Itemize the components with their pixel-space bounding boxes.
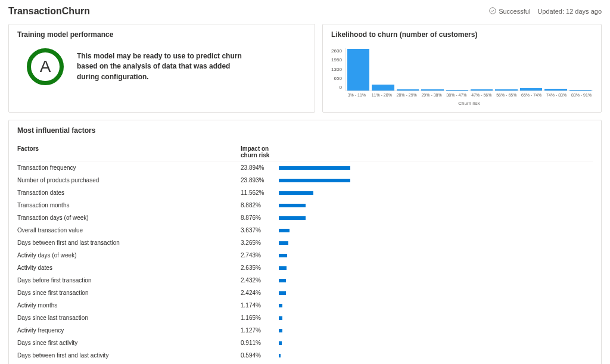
factor-pct: 2.432% <box>241 277 276 284</box>
factor-name: Days before first transaction <box>17 277 241 284</box>
factor-pct: 2.635% <box>241 265 276 271</box>
chart-title: Likelihood to churn (number of customers… <box>331 30 593 39</box>
factor-bar <box>279 316 282 320</box>
factor-bar-wrap <box>276 304 593 307</box>
factor-row: Days since first transaction2.424% <box>17 287 593 299</box>
factor-bar <box>279 341 282 345</box>
chart-bar <box>544 89 567 91</box>
chart-x-tick: 47% - 56% <box>470 93 493 97</box>
factor-name: Activity months <box>17 302 241 309</box>
factor-bar <box>279 304 282 307</box>
svg-point-0 <box>490 8 496 14</box>
factor-bar-wrap <box>276 354 593 357</box>
factor-row: Activity dates2.635% <box>17 262 593 274</box>
factor-name: Activity dates <box>17 265 241 271</box>
factor-name: Number of products purchased <box>17 177 241 183</box>
chart-bar <box>446 90 468 91</box>
factor-pct: 0.911% <box>241 340 276 346</box>
chart-x-tick: 29% - 38% <box>421 93 443 97</box>
factor-pct: 2.424% <box>241 290 276 296</box>
factor-bar-wrap <box>276 179 593 182</box>
factor-bar-wrap <box>276 166 593 170</box>
factor-bar-wrap <box>276 254 593 257</box>
factor-bar-wrap <box>276 266 593 270</box>
chart-x-tick: 83% - 91% <box>570 93 593 97</box>
success-icon <box>489 7 496 15</box>
factor-pct: 1.127% <box>241 327 276 334</box>
chart-y-tick: 1300 <box>331 67 342 72</box>
factor-name: Overall transaction value <box>17 227 241 234</box>
factor-bar-wrap <box>276 191 593 195</box>
factor-row: Days since last transaction1.165% <box>17 312 593 324</box>
factor-name: Days since first transaction <box>17 290 241 296</box>
factor-pct: 8.876% <box>241 214 276 221</box>
factor-bar <box>279 254 287 257</box>
chart-x-tick: 65% - 74% <box>520 93 543 97</box>
factors-card-title: Most influential factors <box>17 126 593 135</box>
factor-name: Days between first and last activity <box>17 352 241 359</box>
factor-bar-wrap <box>276 241 593 245</box>
factor-bar-wrap <box>276 279 593 282</box>
factor-pct: 3.637% <box>241 227 276 234</box>
factor-bar <box>279 216 306 220</box>
chart-y-tick: 2600 <box>331 48 342 54</box>
factor-bar <box>279 166 350 170</box>
chart-x-tick: 20% - 29% <box>396 93 418 97</box>
factors-body: Transaction frequency23.894%Number of pr… <box>17 161 593 364</box>
factor-row: Days since first activity0.911% <box>17 337 593 349</box>
chart-y-tick: 650 <box>331 76 342 81</box>
factor-pct: 23.893% <box>241 177 276 183</box>
chart-bar <box>347 49 369 91</box>
factor-row: Transaction frequency23.894% <box>17 161 593 174</box>
factor-bar <box>279 229 290 232</box>
factor-row: Number of products purchased23.893% <box>17 174 593 186</box>
factor-pct: 23.894% <box>241 164 276 171</box>
factor-name: Days since first activity <box>17 340 241 346</box>
chart-x-tick: 38% - 47% <box>446 93 468 97</box>
chart-bar <box>471 89 493 91</box>
factor-bar <box>279 179 350 182</box>
factor-name: Days since last transaction <box>17 315 241 321</box>
chart-x-tick: 11% - 20% <box>371 93 393 97</box>
factor-bar <box>279 354 281 357</box>
training-description: This model may be ready to use to predic… <box>77 51 244 82</box>
factor-row: Transaction days (of week)8.876% <box>17 211 593 224</box>
chart-bar <box>569 90 592 91</box>
factor-row: Days before first transaction2.432% <box>17 274 593 287</box>
factor-bar-wrap <box>276 341 593 345</box>
training-performance-card: Training model performance A This model … <box>8 24 315 113</box>
factor-row: Activity months1.174% <box>17 299 593 312</box>
page-title: TransactionChurn <box>8 6 90 17</box>
factor-name: Transaction days (of week) <box>17 214 241 221</box>
factor-pct: 11.562% <box>241 189 276 196</box>
factor-row: Activity days (of week)2.743% <box>17 249 593 262</box>
factor-bar-wrap <box>276 216 593 220</box>
factor-pct: 2.743% <box>241 252 276 259</box>
chart-bar <box>495 89 517 91</box>
factor-name: Activity frequency <box>17 327 241 334</box>
grade-badge: A <box>27 48 64 85</box>
factor-bar-wrap <box>276 291 593 295</box>
factor-pct: 1.165% <box>241 315 276 321</box>
factor-row: Overall transaction value3.637% <box>17 224 593 237</box>
chart-x-axis-label: Churn risk <box>346 101 593 106</box>
factor-row: Days between first and last activity0.59… <box>17 349 593 362</box>
chart-bar <box>421 89 443 91</box>
factor-bar <box>279 329 282 332</box>
factor-pct: 1.174% <box>241 302 276 309</box>
factor-row: Days between first and last transaction3… <box>17 237 593 249</box>
chart-bars <box>346 48 593 91</box>
chart-x-tick: 74% - 83% <box>545 93 568 97</box>
factor-name: Days between first and last transaction <box>17 239 241 246</box>
factor-row: Transaction dates11.562% <box>17 186 593 199</box>
factor-name: Activity days (of week) <box>17 252 241 259</box>
factors-col-name: Factors <box>17 145 241 158</box>
factor-row: Transaction months8.882% <box>17 199 593 211</box>
chart-y-axis: 2600195013006500 <box>331 48 342 91</box>
updated-label: Updated: 12 days ago <box>537 8 602 15</box>
chart-x-tick: 56% - 65% <box>495 93 518 97</box>
factor-name: Transaction months <box>17 202 241 209</box>
factor-row: Activity frequency1.127% <box>17 324 593 337</box>
factor-bar-wrap <box>276 204 593 207</box>
factor-bar <box>279 279 286 282</box>
